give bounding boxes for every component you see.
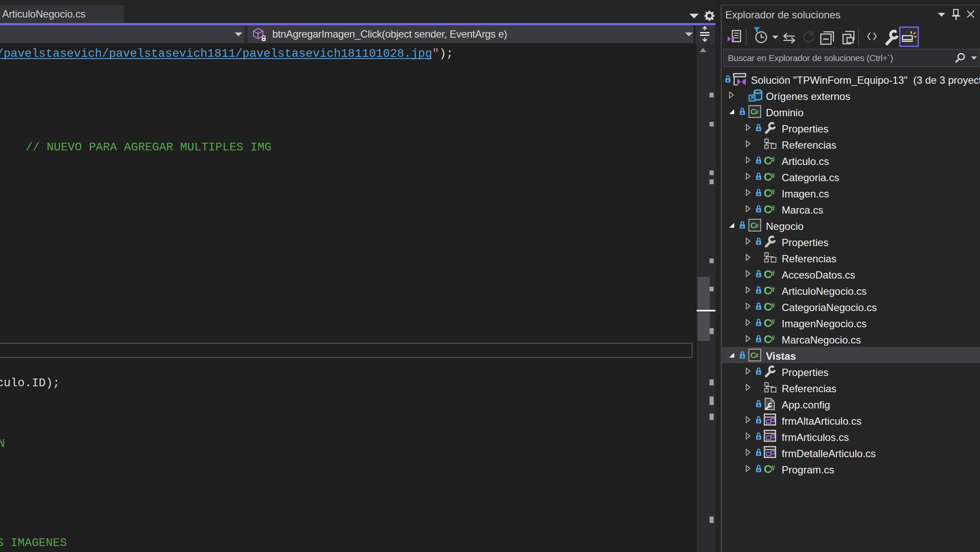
svg-text:#: #	[771, 269, 775, 278]
svg-text:#: #	[755, 352, 759, 359]
svg-text:#: #	[755, 222, 759, 229]
svg-text:#: #	[771, 156, 775, 164]
svg-text:#: #	[771, 302, 775, 310]
svg-text:#: #	[771, 188, 775, 197]
svg-text:#: #	[755, 109, 759, 115]
svg-text:#: #	[771, 318, 775, 326]
svg-text:#: #	[771, 285, 775, 294]
svg-text:#: #	[771, 172, 775, 180]
svg-text:#: #	[771, 334, 775, 343]
svg-text:#: #	[771, 204, 775, 213]
svg-text:#: #	[771, 464, 775, 473]
